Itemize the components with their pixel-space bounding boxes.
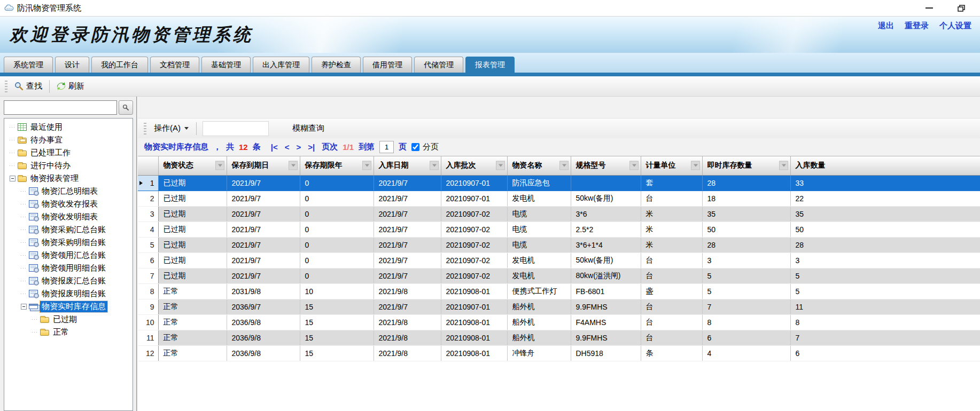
filter-dropdown-icon[interactable] [629, 161, 639, 170]
cell-stock-qty[interactable]: 50 [702, 222, 790, 237]
cell-spec[interactable]: 50kw(备用) [571, 252, 641, 268]
column-header[interactable]: 物资状态 [158, 156, 227, 175]
cell-shelf-years[interactable]: 15 [300, 330, 374, 345]
cell-status[interactable]: 正常 [158, 345, 227, 361]
filter-dropdown-icon[interactable] [430, 161, 439, 170]
cell-expire-date[interactable]: 2021/9/7 [227, 222, 300, 237]
cell-batch[interactable]: 20210908-01 [441, 314, 507, 330]
column-header[interactable]: 即时库存数量 [702, 156, 790, 175]
cell-spec[interactable]: 2.5*2 [571, 222, 641, 237]
expander-minus-icon[interactable] [10, 176, 15, 181]
table-row[interactable]: 3 已过期 2021/9/7 0 2021/9/7 20210907-02 电缆… [138, 206, 980, 222]
first-page-button[interactable]: |< [271, 143, 278, 152]
table-row[interactable]: 4 已过期 2021/9/7 0 2021/9/7 20210907-02 电缆… [138, 222, 980, 237]
cell-inbound-qty[interactable]: 7 [790, 330, 980, 345]
cell-status[interactable]: 已过期 [158, 222, 227, 237]
cell-batch[interactable]: 20210907-02 [441, 252, 507, 268]
cell-batch[interactable]: 20210907-01 [441, 191, 507, 206]
cell-unit[interactable]: 台 [641, 191, 702, 206]
tree-item[interactable]: 物资报废汇总台账 [5, 274, 133, 287]
refresh-button[interactable]: 刷新 [52, 79, 89, 93]
table-row[interactable]: 9 正常 2036/9/7 15 2021/9/7 20210907-01 船外… [138, 299, 980, 314]
tree-item[interactable]: 物资收发存报表 [5, 197, 133, 210]
filter-dropdown-icon[interactable] [559, 161, 569, 170]
filter-dropdown-icon[interactable] [362, 161, 371, 170]
cell-status[interactable]: 已过期 [158, 237, 227, 252]
table-row[interactable]: 6 已过期 2021/9/7 0 2021/9/7 20210907-02 发电… [138, 252, 980, 268]
tree-item[interactable]: 正常 [5, 326, 133, 338]
cell-material-name[interactable]: 发电机 [507, 252, 571, 268]
tree-item[interactable]: 待办事宜 [5, 133, 133, 146]
action-menu-button[interactable]: 操作(A) [149, 121, 193, 136]
tab[interactable]: 借用管理 [363, 57, 412, 73]
cell-stock-qty[interactable]: 4 [702, 345, 790, 361]
tree-item[interactable]: 物资报表管理 [5, 172, 133, 185]
row-selector[interactable]: 12 [138, 345, 158, 361]
row-selector[interactable]: 1 [138, 175, 158, 191]
table-row[interactable]: 7 已过期 2021/9/7 0 2021/9/7 20210907-02 发电… [138, 268, 980, 283]
cell-material-name[interactable]: 电缆 [507, 206, 571, 222]
cell-material-name[interactable]: 冲锋舟 [507, 345, 571, 361]
row-selector[interactable]: 4 [138, 222, 158, 237]
tree-item[interactable]: 物资采购明细台账 [5, 236, 133, 249]
cell-expire-date[interactable]: 2036/9/8 [227, 345, 300, 361]
cell-batch[interactable]: 20210907-02 [441, 206, 507, 222]
cell-expire-date[interactable]: 2021/9/7 [227, 252, 300, 268]
cell-expire-date[interactable]: 2036/9/8 [227, 330, 300, 345]
cell-inbound-qty[interactable]: 28 [790, 237, 980, 252]
cell-status[interactable]: 已过期 [158, 206, 227, 222]
tab[interactable]: 文档管理 [150, 57, 199, 73]
tree-search-button[interactable] [119, 100, 133, 115]
cell-inbound-qty[interactable]: 5 [790, 283, 980, 299]
cell-expire-date[interactable]: 2021/9/7 [227, 175, 300, 191]
expander-minus-icon[interactable] [21, 304, 27, 310]
cell-inbound-qty[interactable]: 50 [790, 222, 980, 237]
tab[interactable]: 设计 [55, 57, 89, 73]
cell-material-name[interactable]: 电缆 [507, 222, 571, 237]
cell-shelf-years[interactable]: 15 [300, 314, 374, 330]
cell-inbound-qty[interactable]: 11 [790, 299, 980, 314]
cell-status[interactable]: 已过期 [158, 191, 227, 206]
session-link[interactable]: 个人设置 [939, 21, 971, 31]
tree-search-input[interactable] [4, 100, 117, 115]
cell-spec[interactable] [571, 175, 641, 191]
cell-batch[interactable]: 20210908-01 [441, 283, 507, 299]
cell-unit[interactable]: 米 [641, 206, 702, 222]
tree-item[interactable]: 最近使用 [5, 121, 133, 133]
table-row[interactable]: 11 正常 2036/9/8 15 2021/9/8 20210908-01 船… [138, 330, 980, 345]
filter-dropdown-icon[interactable] [691, 161, 700, 170]
cell-material-name[interactable]: 船外机 [507, 330, 571, 345]
prev-page-button[interactable]: < [285, 143, 290, 152]
tree-item[interactable]: 物资领用汇总台账 [5, 249, 133, 262]
minimize-button[interactable] [922, 3, 936, 13]
fuzzy-search-input[interactable] [203, 121, 269, 136]
cell-shelf-years[interactable]: 0 [300, 222, 374, 237]
last-page-button[interactable]: >| [308, 143, 315, 152]
cell-spec[interactable]: DH5918 [571, 345, 641, 361]
cell-batch[interactable]: 20210907-02 [441, 268, 507, 283]
cell-spec[interactable]: 3*6+1*4 [571, 237, 641, 252]
cell-expire-date[interactable]: 2021/9/7 [227, 268, 300, 283]
table-row[interactable]: 5 已过期 2021/9/7 0 2021/9/7 20210907-02 电缆… [138, 237, 980, 252]
cell-inbound-date[interactable]: 2021/9/8 [374, 330, 441, 345]
cell-stock-qty[interactable]: 28 [702, 237, 790, 252]
cell-status[interactable]: 正常 [158, 314, 227, 330]
cell-inbound-date[interactable]: 2021/9/7 [374, 175, 441, 191]
cell-material-name[interactable]: 便携式工作灯 [507, 283, 571, 299]
cell-expire-date[interactable]: 2021/9/7 [227, 206, 300, 222]
cell-expire-date[interactable]: 2036/9/7 [227, 299, 300, 314]
filter-dropdown-icon[interactable] [215, 161, 224, 170]
row-selector[interactable]: 5 [138, 237, 158, 252]
row-selector[interactable]: 6 [138, 252, 158, 268]
cell-expire-date[interactable]: 2031/9/8 [227, 283, 300, 299]
cell-spec[interactable]: 9.9FMHS [571, 299, 641, 314]
cell-expire-date[interactable]: 2036/9/8 [227, 314, 300, 330]
cell-shelf-years[interactable]: 0 [300, 252, 374, 268]
tab[interactable]: 出入库管理 [253, 57, 309, 73]
cell-expire-date[interactable]: 2021/9/7 [227, 237, 300, 252]
tree-item[interactable]: 物资汇总明细表 [5, 185, 133, 197]
cell-inbound-date[interactable]: 2021/9/7 [374, 191, 441, 206]
cell-stock-qty[interactable]: 35 [702, 206, 790, 222]
cell-unit[interactable]: 台 [641, 330, 702, 345]
cell-inbound-date[interactable]: 2021/9/8 [374, 345, 441, 361]
